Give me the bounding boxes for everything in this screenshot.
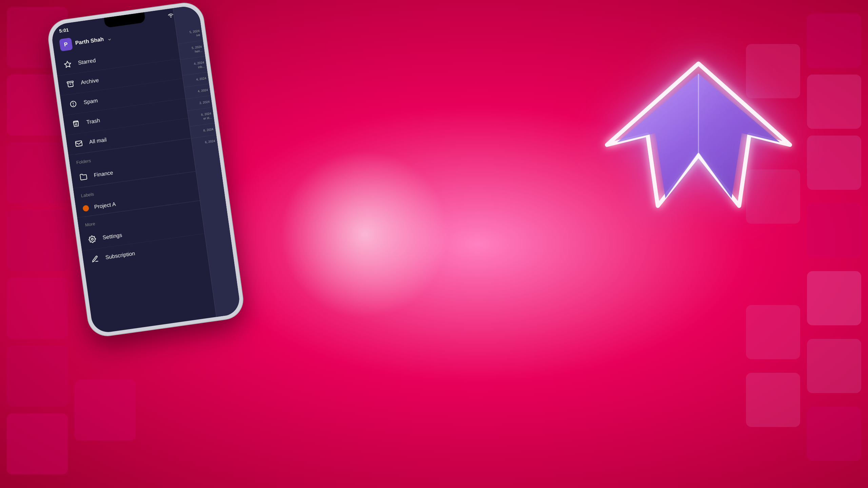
folder-icon <box>78 171 89 183</box>
svg-point-10 <box>91 238 93 240</box>
wifi-icon <box>168 13 174 18</box>
spam-icon <box>67 98 79 110</box>
svg-rect-5 <box>67 81 74 83</box>
status-time: 5:01 <box>59 27 69 34</box>
mimestream-logo <box>597 41 800 244</box>
subscription-icon <box>89 253 101 265</box>
trash-icon <box>70 118 82 129</box>
logo-container <box>597 41 800 244</box>
svg-marker-4 <box>64 61 71 68</box>
avatar-initial: P <box>64 41 68 48</box>
project-a-dot <box>82 205 89 212</box>
account-avatar[interactable]: P <box>59 38 73 52</box>
allmail-icon <box>73 138 85 149</box>
svg-rect-9 <box>75 141 82 146</box>
account-name: Parth Shah <box>75 36 104 46</box>
archive-icon <box>65 79 76 90</box>
star-icon <box>62 59 74 70</box>
settings-icon <box>86 233 98 245</box>
svg-point-7 <box>73 105 74 105</box>
chevron-down-icon[interactable]: ⌄ <box>106 34 113 42</box>
